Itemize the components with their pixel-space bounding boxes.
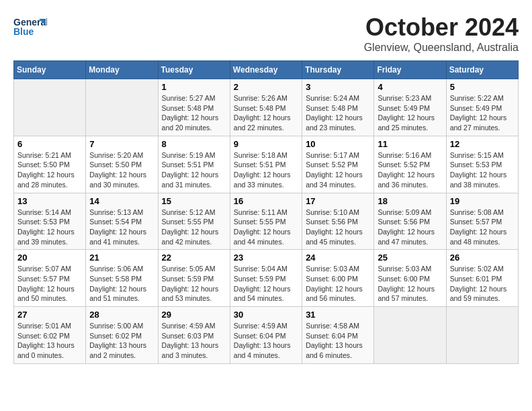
day-info: Sunrise: 5:26 AM Sunset: 5:48 PM Dayligh… (234, 93, 298, 133)
day-info: Sunrise: 5:05 AM Sunset: 5:59 PM Dayligh… (162, 264, 226, 304)
day-info: Sunrise: 5:19 AM Sunset: 5:51 PM Dayligh… (162, 150, 226, 190)
calendar-cell: 26Sunrise: 5:02 AM Sunset: 6:01 PM Dayli… (446, 250, 518, 307)
day-number: 8 (162, 139, 226, 149)
day-info: Sunrise: 5:27 AM Sunset: 5:48 PM Dayligh… (162, 93, 226, 133)
calendar-cell: 15Sunrise: 5:12 AM Sunset: 5:55 PM Dayli… (158, 193, 230, 250)
calendar-cell: 13Sunrise: 5:14 AM Sunset: 5:53 PM Dayli… (14, 193, 86, 250)
day-info: Sunrise: 5:03 AM Sunset: 6:00 PM Dayligh… (306, 264, 370, 304)
calendar-cell: 2Sunrise: 5:26 AM Sunset: 5:48 PM Daylig… (230, 79, 302, 136)
column-header-friday: Friday (374, 61, 446, 79)
day-info: Sunrise: 4:59 AM Sunset: 6:03 PM Dayligh… (162, 321, 226, 361)
calendar-cell: 19Sunrise: 5:08 AM Sunset: 5:57 PM Dayli… (446, 193, 518, 250)
day-number: 31 (306, 310, 370, 320)
calendar-cell: 1Sunrise: 5:27 AM Sunset: 5:48 PM Daylig… (158, 79, 230, 136)
day-number: 26 (450, 253, 515, 263)
day-number: 27 (17, 310, 82, 320)
day-number: 18 (378, 196, 442, 206)
day-info: Sunrise: 5:21 AM Sunset: 5:50 PM Dayligh… (17, 150, 82, 190)
day-info: Sunrise: 5:16 AM Sunset: 5:52 PM Dayligh… (378, 150, 442, 190)
column-header-tuesday: Tuesday (158, 61, 230, 79)
day-info: Sunrise: 5:18 AM Sunset: 5:51 PM Dayligh… (234, 150, 298, 190)
calendar-cell: 28Sunrise: 5:00 AM Sunset: 6:02 PM Dayli… (86, 307, 158, 364)
day-info: Sunrise: 5:11 AM Sunset: 5:55 PM Dayligh… (234, 208, 298, 247)
title-block: October 2024 Glenview, Queensland, Austr… (364, 13, 519, 54)
calendar-cell: 17Sunrise: 5:10 AM Sunset: 5:56 PM Dayli… (302, 193, 374, 250)
column-header-wednesday: Wednesday (230, 61, 302, 79)
day-number: 23 (234, 253, 298, 263)
day-number: 14 (89, 196, 154, 206)
day-number: 13 (17, 196, 82, 206)
day-number: 5 (450, 82, 515, 92)
day-number: 24 (306, 253, 370, 263)
day-info: Sunrise: 5:24 AM Sunset: 5:48 PM Dayligh… (306, 93, 370, 133)
calendar-cell (374, 307, 446, 364)
day-number: 10 (306, 139, 370, 149)
column-header-monday: Monday (86, 61, 158, 79)
day-info: Sunrise: 5:09 AM Sunset: 5:56 PM Dayligh… (378, 208, 442, 247)
day-number: 22 (162, 253, 226, 263)
day-info: Sunrise: 5:17 AM Sunset: 5:52 PM Dayligh… (306, 150, 370, 190)
day-number: 30 (234, 310, 298, 320)
calendar-cell (14, 79, 86, 136)
day-info: Sunrise: 4:58 AM Sunset: 6:04 PM Dayligh… (306, 321, 370, 361)
day-number: 15 (162, 196, 226, 206)
day-info: Sunrise: 5:20 AM Sunset: 5:50 PM Dayligh… (89, 150, 154, 190)
month-title: October 2024 (364, 13, 519, 42)
calendar-cell: 8Sunrise: 5:19 AM Sunset: 5:51 PM Daylig… (158, 136, 230, 193)
day-info: Sunrise: 5:06 AM Sunset: 5:58 PM Dayligh… (89, 264, 154, 304)
calendar-cell: 23Sunrise: 5:04 AM Sunset: 5:59 PM Dayli… (230, 250, 302, 307)
calendar-cell: 9Sunrise: 5:18 AM Sunset: 5:51 PM Daylig… (230, 136, 302, 193)
day-info: Sunrise: 5:08 AM Sunset: 5:57 PM Dayligh… (450, 208, 515, 247)
day-info: Sunrise: 5:12 AM Sunset: 5:55 PM Dayligh… (162, 208, 226, 247)
day-number: 20 (17, 253, 82, 263)
calendar-cell (446, 307, 518, 364)
calendar-cell: 3Sunrise: 5:24 AM Sunset: 5:48 PM Daylig… (302, 79, 374, 136)
calendar-cell: 10Sunrise: 5:17 AM Sunset: 5:52 PM Dayli… (302, 136, 374, 193)
calendar-cell: 11Sunrise: 5:16 AM Sunset: 5:52 PM Dayli… (374, 136, 446, 193)
day-number: 12 (450, 139, 515, 149)
day-number: 6 (17, 139, 82, 149)
day-info: Sunrise: 5:07 AM Sunset: 5:57 PM Dayligh… (17, 264, 82, 304)
calendar-cell: 25Sunrise: 5:03 AM Sunset: 6:00 PM Dayli… (374, 250, 446, 307)
column-header-thursday: Thursday (302, 61, 374, 79)
day-number: 4 (378, 82, 442, 92)
page-header: General Blue October 2024 Glenview, Quee… (13, 13, 519, 54)
calendar-cell: 18Sunrise: 5:09 AM Sunset: 5:56 PM Dayli… (374, 193, 446, 250)
day-info: Sunrise: 5:23 AM Sunset: 5:49 PM Dayligh… (378, 93, 442, 133)
svg-text:Blue: Blue (13, 26, 34, 37)
calendar-cell: 31Sunrise: 4:58 AM Sunset: 6:04 PM Dayli… (302, 307, 374, 364)
calendar-table: SundayMondayTuesdayWednesdayThursdayFrid… (13, 60, 519, 364)
day-number: 29 (162, 310, 226, 320)
day-info: Sunrise: 5:04 AM Sunset: 5:59 PM Dayligh… (234, 264, 298, 304)
calendar-cell: 29Sunrise: 4:59 AM Sunset: 6:03 PM Dayli… (158, 307, 230, 364)
location-title: Glenview, Queensland, Australia (364, 42, 519, 54)
day-info: Sunrise: 5:15 AM Sunset: 5:53 PM Dayligh… (450, 150, 515, 190)
calendar-cell: 5Sunrise: 5:22 AM Sunset: 5:49 PM Daylig… (446, 79, 518, 136)
logo-icon: General Blue (13, 13, 47, 40)
day-info: Sunrise: 5:00 AM Sunset: 6:02 PM Dayligh… (89, 321, 154, 361)
day-info: Sunrise: 5:03 AM Sunset: 6:00 PM Dayligh… (378, 264, 442, 304)
calendar-cell (86, 79, 158, 136)
day-info: Sunrise: 5:01 AM Sunset: 6:02 PM Dayligh… (17, 321, 82, 361)
day-number: 9 (234, 139, 298, 149)
calendar-cell: 21Sunrise: 5:06 AM Sunset: 5:58 PM Dayli… (86, 250, 158, 307)
day-number: 3 (306, 82, 370, 92)
day-number: 19 (450, 196, 515, 206)
day-info: Sunrise: 5:14 AM Sunset: 5:53 PM Dayligh… (17, 208, 82, 247)
column-header-sunday: Sunday (14, 61, 86, 79)
day-number: 17 (306, 196, 370, 206)
day-info: Sunrise: 5:10 AM Sunset: 5:56 PM Dayligh… (306, 208, 370, 247)
day-info: Sunrise: 5:02 AM Sunset: 6:01 PM Dayligh… (450, 264, 515, 304)
day-number: 16 (234, 196, 298, 206)
calendar-cell: 6Sunrise: 5:21 AM Sunset: 5:50 PM Daylig… (14, 136, 86, 193)
calendar-cell: 22Sunrise: 5:05 AM Sunset: 5:59 PM Dayli… (158, 250, 230, 307)
calendar-cell: 7Sunrise: 5:20 AM Sunset: 5:50 PM Daylig… (86, 136, 158, 193)
day-number: 11 (378, 139, 442, 149)
calendar-cell: 16Sunrise: 5:11 AM Sunset: 5:55 PM Dayli… (230, 193, 302, 250)
day-info: Sunrise: 5:22 AM Sunset: 5:49 PM Dayligh… (450, 93, 515, 133)
column-header-saturday: Saturday (446, 61, 518, 79)
calendar-cell: 4Sunrise: 5:23 AM Sunset: 5:49 PM Daylig… (374, 79, 446, 136)
day-number: 21 (89, 253, 154, 263)
day-number: 25 (378, 253, 442, 263)
day-number: 1 (162, 82, 226, 92)
